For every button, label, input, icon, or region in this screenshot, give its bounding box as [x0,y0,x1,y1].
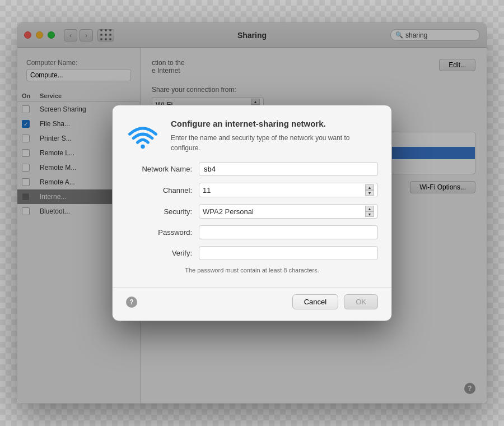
modal-action-buttons: Cancel OK [292,294,378,309]
modal-body: Network Name: Channel: 11 ▲ ▼ [113,162,391,287]
security-value: WPA2 Personal [203,207,363,216]
channel-stepper[interactable]: ▲ ▼ [365,184,374,196]
main-window: ‹ › Sharing 🔍 ⊗ Computer Name: [17,22,487,404]
verify-label: Verify: [126,249,199,257]
channel-value: 11 [203,186,363,195]
channel-row: Channel: 11 ▲ ▼ [126,183,378,197]
modal-dialog: Configure an internet-sharing network. E… [112,105,392,321]
security-select[interactable]: WPA2 Personal ▲ ▼ [199,204,378,219]
channel-down[interactable]: ▼ [365,190,374,196]
security-down[interactable]: ▼ [365,211,374,217]
network-name-label: Network Name: [126,165,199,173]
wifi-icon [126,119,160,152]
network-name-row: Network Name: [126,162,378,176]
security-label: Security: [126,207,199,216]
modal-header: Configure an internet-sharing network. E… [113,105,391,162]
modal-overlay: Configure an internet-sharing network. E… [17,23,487,403]
modal-footer: ? Cancel OK [113,287,391,321]
password-row: Password: [126,225,378,239]
verify-row: Verify: [126,246,378,260]
security-up[interactable]: ▲ [365,206,374,211]
password-label: Password: [126,228,199,237]
password-input[interactable] [199,225,378,239]
channel-up[interactable]: ▲ [365,184,374,190]
security-row: Security: WPA2 Personal ▲ ▼ [126,204,378,219]
cancel-button[interactable]: Cancel [292,294,338,309]
modal-title: Configure an internet-sharing network. [171,119,378,128]
password-hint: The password must contain at least 8 cha… [126,267,378,274]
security-stepper[interactable]: ▲ ▼ [365,206,374,217]
modal-subtitle: Enter the name and security type of the … [171,133,378,153]
channel-select[interactable]: 11 ▲ ▼ [199,183,378,197]
channel-label: Channel: [126,186,199,195]
modal-header-text: Configure an internet-sharing network. E… [171,119,378,153]
modal-help-button[interactable]: ? [126,297,137,308]
verify-input[interactable] [199,246,378,260]
svg-point-0 [141,145,144,149]
ok-button[interactable]: OK [344,294,378,309]
network-name-input[interactable] [199,162,378,176]
